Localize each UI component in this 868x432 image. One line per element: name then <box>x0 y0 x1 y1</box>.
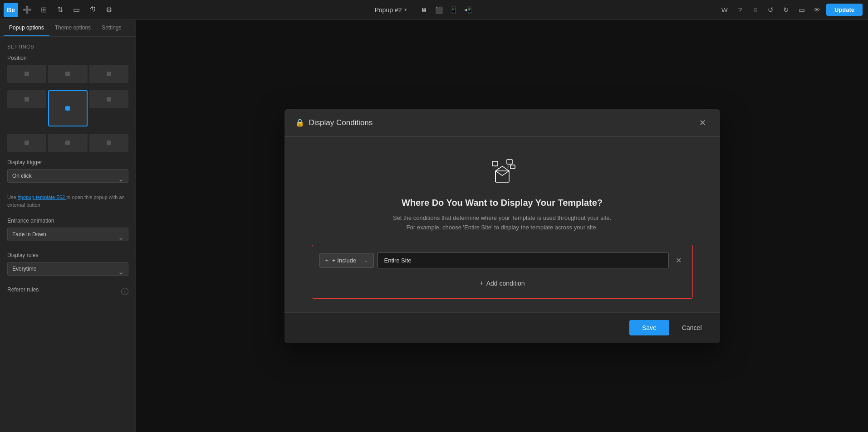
svg-rect-5 <box>510 165 515 169</box>
svg-rect-3 <box>507 160 512 164</box>
save-button[interactable]: Save <box>629 320 669 335</box>
position-dot <box>107 141 111 145</box>
desktop-view-button[interactable]: 🖥 <box>418 4 431 16</box>
sidebar-tabs: Popup options Theme options Settings <box>0 20 136 37</box>
modal-header: 🔒 Display Conditions ✕ <box>284 109 720 137</box>
modal-subtext-line2: For example, choose 'Entire Site' to dis… <box>312 223 693 233</box>
entrance-animation-label: Entrance animation <box>7 218 128 224</box>
help-button[interactable]: ? <box>734 4 746 16</box>
cancel-button[interactable]: Cancel <box>675 320 709 335</box>
position-cell-bot-left[interactable] <box>7 134 46 152</box>
update-button[interactable]: Update <box>826 4 863 16</box>
position-dot-active <box>65 106 70 111</box>
redo-button[interactable]: ↻ <box>780 4 793 16</box>
referer-label-row: Referer rules i <box>7 286 128 296</box>
modal-overlay: 🔒 Display Conditions ✕ <box>136 20 868 432</box>
sidebar-content: Settings Position Display trigger On cli… <box>0 37 136 306</box>
info-link[interactable]: #popup-template-562 <box>18 194 67 200</box>
display-rules-label: Display rules <box>7 252 128 258</box>
template-icon <box>484 155 520 187</box>
modal-subtext-line1: Set the conditions that determine where … <box>312 214 693 223</box>
lock-icon: 🔒 <box>295 118 304 127</box>
referer-rules-label: Referer rules <box>7 286 39 293</box>
position-cell-center-selected[interactable] <box>48 90 87 126</box>
condition-remove-button[interactable]: ✕ <box>672 254 685 267</box>
include-dropdown[interactable]: + + Include ⌄ <box>319 253 374 268</box>
phone-view-button[interactable]: 📲 <box>461 4 474 16</box>
svg-line-7 <box>495 166 499 169</box>
structure-button[interactable]: ⊞ <box>36 3 51 17</box>
modal-heading: Where Do You Want to Display Your Templa… <box>312 198 693 208</box>
modal-icon-area <box>312 155 693 187</box>
svg-line-6 <box>508 164 510 168</box>
tablet-view-button[interactable]: ⬛ <box>432 4 445 16</box>
layers-button[interactable]: ≡ <box>749 4 762 16</box>
add-condition-plus-icon: + <box>479 279 483 287</box>
popup-title-arrow: ▾ <box>404 7 407 13</box>
position-dot <box>107 72 111 76</box>
top-toolbar: Be ➕ ⊞ ⇅ ▭ ⏱ ⚙ Popup #2 ▾ 🖥 ⬛ 📱 📲 W ? ≡ … <box>0 0 868 20</box>
be-logo[interactable]: Be <box>4 3 18 17</box>
settings-title: Settings <box>7 44 128 49</box>
position-grid-bottom <box>7 134 128 152</box>
toolbar-right: W ? ≡ ↺ ↻ ▭ 👁 Update <box>713 4 868 16</box>
tab-theme-options[interactable]: Theme options <box>49 20 96 36</box>
modal-header-left: 🔒 Display Conditions <box>295 118 373 127</box>
position-dot <box>65 141 70 145</box>
position-cell-bot-center[interactable] <box>48 134 87 152</box>
position-grid-middle <box>7 90 128 126</box>
position-cell-top-center[interactable] <box>48 65 87 83</box>
display-trigger-select[interactable]: On click <box>7 169 128 183</box>
referer-info-icon[interactable]: i <box>121 288 128 295</box>
display-conditions-modal: 🔒 Display Conditions ✕ <box>284 109 720 343</box>
display-rules-select[interactable]: Everytime <box>7 262 128 276</box>
mobile-view-button[interactable]: 📱 <box>447 4 460 16</box>
entrance-animation-select[interactable]: Fade In Down <box>7 228 128 241</box>
info-prefix: Use <box>7 194 16 200</box>
modal-subtext: Set the conditions that determine where … <box>312 214 693 233</box>
position-dot <box>25 97 29 102</box>
popup-title-dropdown[interactable]: Popup #2 ▾ <box>374 6 407 14</box>
include-plus: + <box>325 257 329 264</box>
condition-value-text: Entire Site <box>378 252 669 268</box>
display-rules-wrapper: Everytime <box>7 262 128 281</box>
modal-body: Where Do You Want to Display Your Templa… <box>284 137 720 313</box>
preview-button[interactable]: 👁 <box>811 4 824 16</box>
responsive-button[interactable]: ▭ <box>69 3 83 17</box>
modal-close-button[interactable]: ✕ <box>696 116 709 129</box>
include-label: + Include <box>332 257 356 264</box>
popup-title-text: Popup #2 <box>374 6 402 14</box>
condition-row: + + Include ⌄ Entire Site ✕ <box>316 249 689 272</box>
tab-settings[interactable]: Settings <box>96 20 127 36</box>
add-element-button[interactable]: ➕ <box>20 3 34 17</box>
position-grid <box>7 65 128 83</box>
position-cell-mid-left[interactable] <box>7 90 46 108</box>
entrance-animation-section: Entrance animation Fade In Down <box>7 218 128 247</box>
history-button[interactable]: ⏱ <box>85 3 100 17</box>
svg-rect-4 <box>492 161 498 166</box>
add-condition-button[interactable]: + Add condition <box>472 277 532 290</box>
entrance-animation-wrapper: Fade In Down <box>7 228 128 247</box>
position-cell-top-right[interactable] <box>89 65 128 83</box>
tab-popup-options[interactable]: Popup options <box>4 20 49 36</box>
template-button[interactable]: ▭ <box>795 4 808 16</box>
include-chevron: ⌄ <box>364 257 368 263</box>
position-dot <box>25 141 29 145</box>
wordpress-icon-button[interactable]: W <box>718 4 731 16</box>
popup-info-text: Use #popup-template-562 to open this pop… <box>7 194 128 209</box>
position-dot <box>65 72 70 76</box>
settings-button[interactable]: ⚙ <box>102 3 116 17</box>
undo-button[interactable]: ↺ <box>765 4 777 16</box>
position-dot <box>107 97 111 102</box>
left-sidebar: Popup options Theme options Settings Set… <box>0 20 136 432</box>
position-cell-bot-right[interactable] <box>89 134 128 152</box>
position-cell-mid-right[interactable] <box>89 90 128 108</box>
position-label: Position <box>7 55 128 61</box>
modal-footer: Save Cancel <box>284 312 720 343</box>
add-condition-label: Add condition <box>486 280 525 287</box>
position-dot <box>25 72 29 76</box>
navigator-button[interactable]: ⇅ <box>53 3 67 17</box>
view-icons: 🖥 ⬛ 📱 📲 <box>418 4 474 16</box>
conditions-container: + + Include ⌄ Entire Site ✕ + Add condit… <box>312 245 693 299</box>
position-cell-top-left[interactable] <box>7 65 46 83</box>
